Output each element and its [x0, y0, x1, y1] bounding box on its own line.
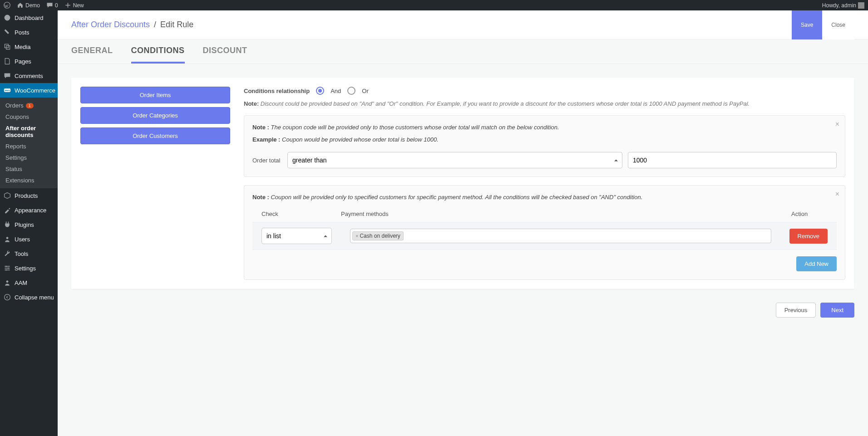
- close-button[interactable]: Close: [822, 10, 854, 11]
- save-button[interactable]: Save: [792, 10, 822, 11]
- site-home[interactable]: Demo: [17, 2, 40, 9]
- wp-logo[interactable]: [4, 2, 10, 9]
- howdy-user[interactable]: Howdy, admin: [822, 2, 864, 9]
- new-content[interactable]: New: [64, 2, 84, 9]
- comments-link[interactable]: 0: [46, 2, 58, 9]
- admin-bar: Demo 0 New Howdy, admin: [0, 0, 868, 10]
- avatar: [858, 2, 864, 9]
